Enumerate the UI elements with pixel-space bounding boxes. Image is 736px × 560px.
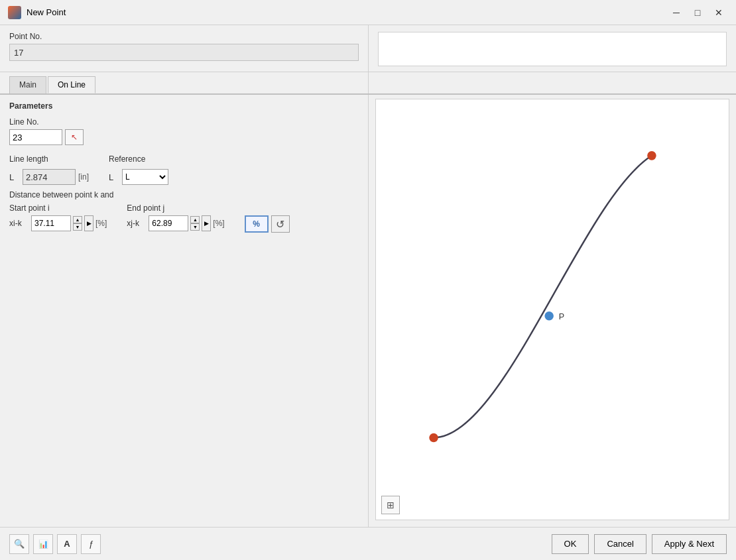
end-var-label: xj-k bbox=[127, 219, 147, 228]
distance-title: Distance between point k and bbox=[9, 190, 359, 199]
start-point-input[interactable] bbox=[31, 215, 71, 231]
canvas-area: P ⊞ bbox=[375, 99, 729, 520]
text-icon: A bbox=[64, 539, 70, 549]
point-no-label: Point No. bbox=[9, 32, 359, 41]
reference-input-row: L L bbox=[109, 169, 168, 185]
params-title: Parameters bbox=[9, 101, 359, 111]
reference-label: Reference bbox=[109, 154, 168, 164]
cancel-button[interactable]: Cancel bbox=[594, 534, 646, 554]
start-dot bbox=[429, 433, 438, 443]
data-icon-button[interactable]: 📊 bbox=[33, 534, 53, 554]
bottom-bar: 🔍 📊 A ƒ OK Cancel Apply & Next bbox=[0, 527, 736, 560]
data-icon: 📊 bbox=[38, 539, 48, 549]
line-length-input-row: L [in] bbox=[9, 169, 89, 185]
start-spin-buttons: ▲ ▼ bbox=[73, 216, 82, 231]
start-unit: [%] bbox=[95, 219, 107, 228]
points-row: Start point i xi-k ▲ ▼ ▶ [%] bbox=[9, 203, 359, 233]
preview-top-area bbox=[369, 25, 736, 72]
window-controls: ─ □ ✕ bbox=[667, 6, 728, 19]
preview-top-box bbox=[378, 32, 727, 66]
canvas-icon-symbol: ⊞ bbox=[387, 500, 395, 510]
line-length-unit: [in] bbox=[78, 172, 89, 182]
curve-svg: P bbox=[376, 99, 729, 520]
text-icon-button[interactable]: A bbox=[57, 534, 77, 554]
formula-icon-button[interactable]: ƒ bbox=[81, 534, 101, 554]
bottom-left-buttons: 🔍 📊 A ƒ bbox=[9, 534, 101, 554]
content-area: Parameters Line No. ↖ Line length L bbox=[0, 94, 736, 527]
start-spin-up[interactable]: ▲ bbox=[73, 216, 82, 223]
action-buttons: % ↺ bbox=[245, 215, 290, 233]
point-p-label: P bbox=[559, 312, 564, 321]
reference-prefix: L bbox=[109, 172, 119, 182]
reset-button[interactable]: ↺ bbox=[271, 215, 290, 233]
right-tab-spacer bbox=[369, 72, 736, 93]
start-point-input-row: xi-k ▲ ▼ ▶ [%] bbox=[9, 215, 107, 231]
point-p-dot bbox=[544, 311, 554, 321]
line-length-label: Line length bbox=[9, 154, 89, 164]
line-no-input[interactable] bbox=[9, 129, 62, 145]
search-icon-button[interactable]: 🔍 bbox=[9, 534, 29, 554]
start-point-group: Start point i xi-k ▲ ▼ ▶ [%] bbox=[9, 203, 107, 233]
reference-select[interactable]: L bbox=[122, 169, 168, 185]
start-spin-down[interactable]: ▼ bbox=[73, 223, 82, 231]
tab-on-line[interactable]: On Line bbox=[48, 76, 95, 93]
end-point-input-row: xj-k ▲ ▼ ▶ [%] bbox=[127, 215, 224, 231]
line-length-input bbox=[23, 169, 76, 185]
title-bar: New Point ─ □ ✕ bbox=[0, 0, 736, 25]
app-icon bbox=[8, 6, 21, 19]
end-dot bbox=[647, 151, 656, 160]
tab-main[interactable]: Main bbox=[9, 76, 46, 93]
point-no-section: Point No. bbox=[0, 25, 369, 72]
search-icon: 🔍 bbox=[14, 539, 25, 549]
start-arrow-button[interactable]: ▶ bbox=[84, 215, 93, 231]
window-title: New Point bbox=[27, 7, 667, 17]
minimize-button[interactable]: ─ bbox=[667, 6, 686, 19]
line-no-label: Line No. bbox=[9, 117, 359, 127]
line-length-prefix: L bbox=[9, 172, 20, 182]
end-spin-down[interactable]: ▼ bbox=[190, 223, 200, 231]
maximize-button[interactable]: □ bbox=[688, 6, 707, 19]
end-unit: [%] bbox=[213, 219, 224, 228]
end-arrow-button[interactable]: ▶ bbox=[202, 215, 211, 231]
length-reference-row: Line length L [in] Reference L L bbox=[9, 154, 359, 185]
close-button[interactable]: ✕ bbox=[709, 6, 728, 19]
distance-section: Distance between point k and Start point… bbox=[9, 190, 359, 233]
start-point-label: Start point i bbox=[9, 203, 107, 213]
point-no-input[interactable] bbox=[9, 44, 359, 61]
end-point-input[interactable] bbox=[149, 215, 188, 231]
line-no-input-row: ↖ bbox=[9, 129, 359, 145]
line-no-select-button[interactable]: ↖ bbox=[65, 129, 84, 145]
left-panel: Parameters Line No. ↖ Line length L bbox=[0, 95, 369, 527]
reference-group: Reference L L bbox=[109, 154, 168, 185]
formula-icon: ƒ bbox=[88, 539, 93, 549]
tabs-container: Main On Line bbox=[0, 72, 369, 93]
end-point-label: End point j bbox=[127, 203, 224, 213]
cursor-icon: ↖ bbox=[71, 133, 78, 142]
params-section: Parameters Line No. ↖ Line length L bbox=[0, 95, 368, 527]
ok-button[interactable]: OK bbox=[552, 534, 589, 554]
right-panel: P ⊞ bbox=[369, 95, 736, 527]
start-var-label: xi-k bbox=[9, 219, 29, 228]
apply-next-button[interactable]: Apply & Next bbox=[652, 534, 727, 554]
end-spin-buttons: ▲ ▼ bbox=[190, 216, 200, 231]
end-spin-up[interactable]: ▲ bbox=[190, 216, 200, 223]
bottom-right-buttons: OK Cancel Apply & Next bbox=[552, 534, 727, 554]
percent-button[interactable]: % bbox=[245, 215, 269, 233]
line-length-group: Line length L [in] bbox=[9, 154, 89, 185]
line-no-row: Line No. ↖ bbox=[9, 117, 359, 145]
canvas-icon[interactable]: ⊞ bbox=[381, 496, 400, 514]
end-point-group: End point j xj-k ▲ ▼ ▶ [%] bbox=[127, 203, 224, 233]
